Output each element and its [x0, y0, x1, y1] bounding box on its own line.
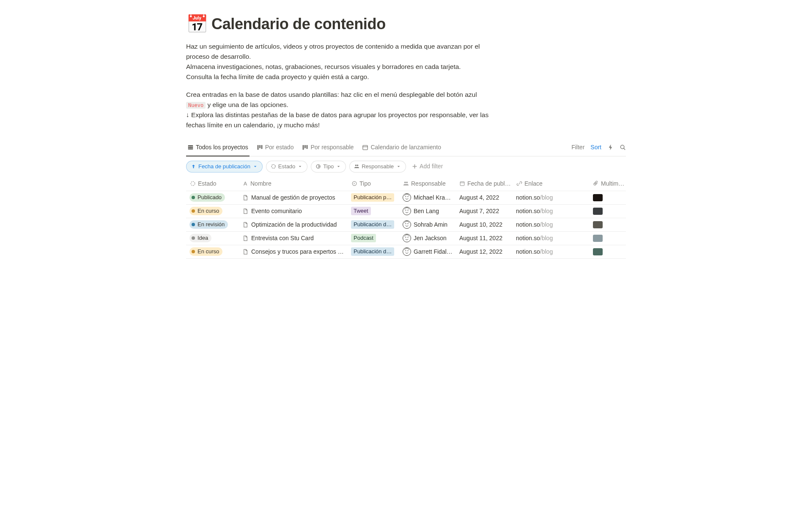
svg-point-27 [408, 210, 409, 211]
cell-estado[interactable]: Publicado [186, 191, 239, 204]
page-title[interactable]: Calendario de contenido [211, 13, 386, 36]
avatar [403, 193, 411, 202]
column-header-estado[interactable]: Estado [186, 177, 239, 191]
automations-icon[interactable] [607, 144, 614, 151]
media-thumbnail [593, 194, 603, 201]
status-dot-icon [192, 209, 195, 213]
view-tab-all[interactable]: Todos los proyectos [186, 139, 250, 156]
cell-multimedia[interactable] [590, 232, 625, 245]
status-label: En revisión [198, 221, 225, 228]
svg-rect-5 [307, 145, 308, 149]
table-row[interactable]: En cursoConsejos y trucos para expertos … [186, 245, 626, 259]
cell-responsable[interactable]: Sohrab Amin [399, 218, 456, 231]
person-icon [354, 164, 359, 169]
cell-estado[interactable]: Idea [186, 232, 239, 245]
tipo-tag: Podcast [351, 234, 376, 242]
view-tab-responsible[interactable]: Por responsable [301, 139, 355, 156]
table-row[interactable]: En revisiónOptimización de la productivi… [186, 218, 626, 232]
cell-enlace[interactable]: notion.so/blog [513, 205, 590, 218]
cell-tipo[interactable]: Publicación d… [348, 218, 399, 231]
link-domain: notion.so [516, 234, 540, 243]
cell-nombre[interactable]: Entrevista con Stu Card [239, 232, 348, 245]
column-header-nombre[interactable]: Nombre [239, 177, 348, 191]
cell-tipo[interactable]: Tweet [348, 205, 399, 218]
search-icon[interactable] [620, 144, 626, 151]
cell-enlace[interactable]: notion.so/blog [513, 232, 590, 245]
responsable-name: Sohrab Amin [414, 220, 447, 229]
page-icon [242, 194, 249, 201]
table-row[interactable]: En cursoEvento comunitarioTweetBen LangA… [186, 205, 626, 218]
column-header-label: Tipo [359, 179, 371, 188]
cell-estado[interactable]: En curso [186, 205, 239, 218]
column-header-enlace[interactable]: Enlace [513, 177, 590, 191]
board-icon [302, 144, 308, 151]
cell-fecha[interactable]: August 10, 2022 [456, 218, 513, 231]
link-domain: notion.so [516, 220, 540, 229]
column-header-tipo[interactable]: Tipo [348, 177, 399, 191]
cell-multimedia[interactable] [590, 218, 625, 231]
database-table: Estado Nombre Tipo [186, 177, 626, 259]
link-domain: notion.so [516, 207, 540, 216]
status-badge: En revisión [189, 220, 228, 229]
tipo-tag: Publicación d… [351, 247, 394, 256]
filter-button[interactable]: Filter [571, 143, 584, 152]
cell-multimedia[interactable] [590, 205, 625, 218]
filter-chip-estado[interactable]: Estado [266, 161, 307, 173]
cell-enlace[interactable]: notion.so/blog [513, 191, 590, 204]
sort-chip-fecha[interactable]: Fecha de publicación [186, 161, 263, 173]
svg-point-8 [620, 145, 624, 148]
select-icon [315, 164, 321, 169]
svg-point-39 [408, 250, 409, 251]
page-icon [242, 248, 249, 255]
cell-nombre[interactable]: Manual de gestión de proyectos [239, 191, 348, 204]
filter-chip-tipo[interactable]: Tipo [311, 161, 346, 173]
cell-fecha[interactable]: August 12, 2022 [456, 245, 513, 258]
svg-point-23 [408, 196, 409, 197]
cell-nombre[interactable]: Consejos y trucos para expertos en A [239, 245, 348, 258]
status-label: En curso [198, 248, 219, 255]
link-path: /blog [540, 234, 553, 243]
cell-tipo[interactable]: Publicación d… [348, 245, 399, 258]
add-filter-button[interactable]: Add filter [409, 162, 443, 171]
table-row[interactable]: IdeaEntrevista con Stu CardPodcastJen Ja… [186, 232, 626, 245]
description-line: Crea entradas en la base de datos usando… [186, 90, 491, 110]
column-header-multimedia[interactable]: Multim… [590, 177, 625, 191]
column-header-fecha[interactable]: Fecha de publ… [456, 177, 513, 191]
page-icon[interactable]: 📅 [186, 15, 208, 33]
view-tab-label: Por responsable [310, 143, 354, 152]
cell-responsable[interactable]: Jen Jackson [399, 232, 456, 245]
cell-responsable[interactable]: Michael Krantz [399, 191, 456, 204]
cell-fecha[interactable]: August 11, 2022 [456, 232, 513, 245]
status-dot-icon [192, 250, 195, 253]
cell-tipo[interactable]: Publicación p… [348, 191, 399, 204]
cell-responsable[interactable]: Garrett Fidalgo [399, 245, 456, 258]
cell-estado[interactable]: En revisión [186, 218, 239, 231]
view-tab-calendar[interactable]: Calendario de lanzamiento [361, 139, 442, 156]
filter-chip-responsable[interactable]: Responsable [349, 161, 406, 173]
cell-enlace[interactable]: notion.so/blog [513, 218, 590, 231]
filter-chip-label: Responsable [362, 162, 394, 171]
svg-point-26 [406, 210, 406, 211]
tipo-tag: Publicación d… [351, 220, 394, 229]
cell-multimedia[interactable] [590, 245, 625, 258]
cell-responsable[interactable]: Ben Lang [399, 205, 456, 218]
cell-nombre[interactable]: Evento comunitario [239, 205, 348, 218]
description-line: Consulta la fecha límite de cada proyect… [186, 72, 491, 82]
cell-enlace[interactable]: notion.so/blog [513, 245, 590, 258]
column-header-label: Nombre [250, 179, 272, 188]
person-icon [403, 181, 409, 187]
view-tab-status[interactable]: Por estado [255, 139, 295, 156]
cell-estado[interactable]: En curso [186, 245, 239, 258]
cell-nombre[interactable]: Optimización de la productividad [239, 218, 348, 231]
cell-fecha[interactable]: August 4, 2022 [456, 191, 513, 204]
cell-fecha[interactable]: August 7, 2022 [456, 205, 513, 218]
sort-button[interactable]: Sort [590, 143, 601, 152]
chevron-down-icon [252, 164, 258, 169]
cell-tipo[interactable]: Podcast [348, 232, 399, 245]
column-header-responsable[interactable]: Responsable [399, 177, 456, 191]
svg-rect-3 [303, 145, 304, 150]
fecha-value: August 7, 2022 [459, 207, 499, 216]
table-row[interactable]: PublicadoManual de gestión de proyectosP… [186, 191, 626, 205]
cell-multimedia[interactable] [590, 191, 625, 204]
sort-chip-label: Fecha de publicación [198, 162, 250, 171]
